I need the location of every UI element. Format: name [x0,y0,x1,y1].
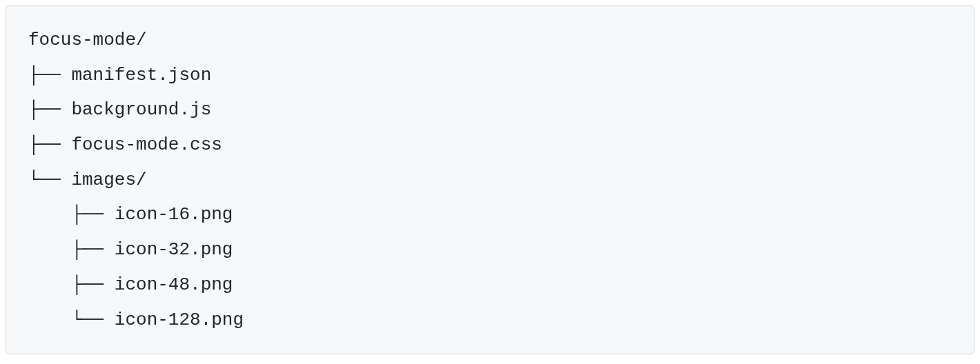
tree-line-file: └── icon-128.png [28,303,952,338]
tree-line-file: ├── icon-48.png [28,267,952,303]
tree-line-file: ├── focus-mode.css [28,128,952,163]
tree-line-folder: └── images/ [28,163,952,198]
tree-line-file: ├── icon-16.png [28,197,952,232]
tree-line-file: ├── background.js [28,92,952,128]
file-tree-block: focus-mode/├── manifest.json├── backgrou… [6,6,974,354]
tree-line-file: ├── icon-32.png [28,232,952,267]
tree-line-file: ├── manifest.json [28,58,952,93]
tree-line-root: focus-mode/ [28,23,952,58]
